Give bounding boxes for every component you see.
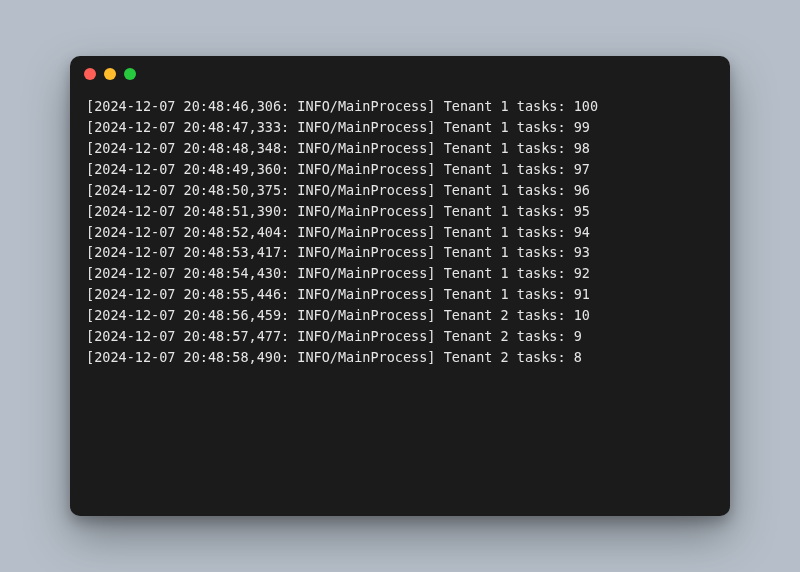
log-message: Tenant 2 tasks: 10: [436, 307, 590, 323]
log-prefix: [2024-12-07 20:48:46,306: INFO/MainProce…: [86, 98, 436, 114]
terminal-window: [2024-12-07 20:48:46,306: INFO/MainProce…: [70, 56, 730, 516]
log-prefix: [2024-12-07 20:48:48,348: INFO/MainProce…: [86, 140, 436, 156]
log-message: Tenant 1 tasks: 94: [436, 224, 590, 240]
log-line: [2024-12-07 20:48:46,306: INFO/MainProce…: [86, 96, 714, 117]
log-line: [2024-12-07 20:48:48,348: INFO/MainProce…: [86, 138, 714, 159]
minimize-icon[interactable]: [104, 68, 116, 80]
log-prefix: [2024-12-07 20:48:47,333: INFO/MainProce…: [86, 119, 436, 135]
log-message: Tenant 1 tasks: 95: [436, 203, 590, 219]
zoom-icon[interactable]: [124, 68, 136, 80]
log-prefix: [2024-12-07 20:48:53,417: INFO/MainProce…: [86, 244, 436, 260]
log-message: Tenant 1 tasks: 97: [436, 161, 590, 177]
log-line: [2024-12-07 20:48:58,490: INFO/MainProce…: [86, 347, 714, 368]
log-prefix: [2024-12-07 20:48:54,430: INFO/MainProce…: [86, 265, 436, 281]
log-message: Tenant 1 tasks: 91: [436, 286, 590, 302]
log-line: [2024-12-07 20:48:51,390: INFO/MainProce…: [86, 201, 714, 222]
log-message: Tenant 1 tasks: 92: [436, 265, 590, 281]
terminal-output: [2024-12-07 20:48:46,306: INFO/MainProce…: [70, 92, 730, 516]
close-icon[interactable]: [84, 68, 96, 80]
log-prefix: [2024-12-07 20:48:49,360: INFO/MainProce…: [86, 161, 436, 177]
log-prefix: [2024-12-07 20:48:52,404: INFO/MainProce…: [86, 224, 436, 240]
window-titlebar: [70, 56, 730, 92]
log-prefix: [2024-12-07 20:48:55,446: INFO/MainProce…: [86, 286, 436, 302]
log-prefix: [2024-12-07 20:48:56,459: INFO/MainProce…: [86, 307, 436, 323]
log-line: [2024-12-07 20:48:56,459: INFO/MainProce…: [86, 305, 714, 326]
log-line: [2024-12-07 20:48:57,477: INFO/MainProce…: [86, 326, 714, 347]
log-line: [2024-12-07 20:48:49,360: INFO/MainProce…: [86, 159, 714, 180]
log-line: [2024-12-07 20:48:54,430: INFO/MainProce…: [86, 263, 714, 284]
log-message: Tenant 2 tasks: 9: [436, 328, 582, 344]
log-line: [2024-12-07 20:48:52,404: INFO/MainProce…: [86, 222, 714, 243]
log-prefix: [2024-12-07 20:48:51,390: INFO/MainProce…: [86, 203, 436, 219]
log-line: [2024-12-07 20:48:47,333: INFO/MainProce…: [86, 117, 714, 138]
log-message: Tenant 1 tasks: 99: [436, 119, 590, 135]
log-line: [2024-12-07 20:48:50,375: INFO/MainProce…: [86, 180, 714, 201]
log-line: [2024-12-07 20:48:55,446: INFO/MainProce…: [86, 284, 714, 305]
log-prefix: [2024-12-07 20:48:50,375: INFO/MainProce…: [86, 182, 436, 198]
log-message: Tenant 2 tasks: 8: [436, 349, 582, 365]
log-message: Tenant 1 tasks: 98: [436, 140, 590, 156]
log-prefix: [2024-12-07 20:48:57,477: INFO/MainProce…: [86, 328, 436, 344]
log-prefix: [2024-12-07 20:48:58,490: INFO/MainProce…: [86, 349, 436, 365]
log-message: Tenant 1 tasks: 93: [436, 244, 590, 260]
log-message: Tenant 1 tasks: 100: [436, 98, 599, 114]
log-line: [2024-12-07 20:48:53,417: INFO/MainProce…: [86, 242, 714, 263]
log-message: Tenant 1 tasks: 96: [436, 182, 590, 198]
